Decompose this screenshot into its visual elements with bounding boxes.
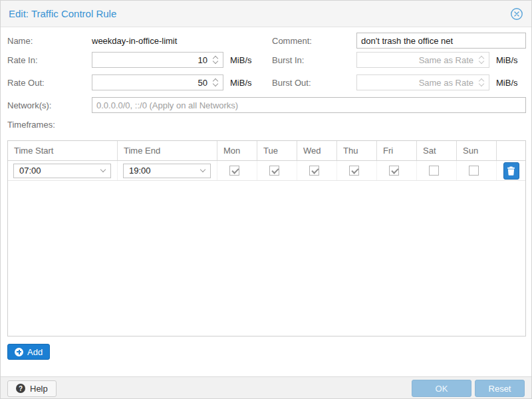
- day-cell-tue: [257, 161, 297, 180]
- plus-circle-icon: [15, 348, 23, 356]
- dialog-titlebar: Edit: Traffic Control Rule: [1, 1, 531, 27]
- column-header-time-start[interactable]: Time Start: [8, 141, 118, 160]
- checkbox-thu[interactable]: [349, 166, 359, 176]
- burst-in-field[interactable]: Same as Rate: [356, 52, 489, 68]
- time-end-value: 19:00: [129, 166, 201, 176]
- column-header-wed[interactable]: Wed: [297, 141, 337, 160]
- checkbox-mon[interactable]: [229, 166, 239, 176]
- rate-in-value: 10: [198, 55, 207, 65]
- trash-icon: [507, 166, 515, 176]
- close-icon[interactable]: [510, 7, 523, 21]
- dialog-action-buttons: OK Reset: [412, 380, 525, 397]
- burst-out-field[interactable]: Same as Rate: [356, 74, 489, 90]
- day-cell-thu: [337, 161, 377, 180]
- column-header-sun[interactable]: Sun: [457, 141, 497, 160]
- checkbox-sun[interactable]: [469, 166, 479, 176]
- comment-input[interactable]: [356, 33, 526, 49]
- burst-in-placeholder: Same as Rate: [419, 55, 473, 65]
- day-checkbox-cells: [217, 161, 497, 180]
- checkbox-tue[interactable]: [269, 166, 279, 176]
- timeframes-label: Timeframes:: [7, 120, 55, 130]
- rate-out-spinner[interactable]: [211, 79, 219, 86]
- burst-out-unit: MiB/s: [496, 78, 518, 88]
- networks-input[interactable]: [92, 97, 526, 113]
- time-end-cell: 19:00: [118, 161, 217, 180]
- ok-button[interactable]: OK: [412, 380, 471, 397]
- bottom-toolbar: ? Help OK Reset: [1, 376, 531, 399]
- column-header-thu[interactable]: Thu: [337, 141, 377, 160]
- timeframes-table-header: Time Start Time End Mon Tue Wed Thu Fri …: [8, 141, 525, 161]
- add-button[interactable]: Add: [7, 344, 50, 360]
- time-start-value: 07:00: [19, 166, 101, 176]
- day-cell-sun: [457, 161, 497, 180]
- column-header-sat[interactable]: Sat: [417, 141, 457, 160]
- burst-in-spinner[interactable]: [477, 57, 485, 63]
- comment-label: Comment:: [272, 36, 312, 47]
- rate-out-label: Rate Out:: [7, 78, 45, 88]
- dialog-title: Edit: Traffic Control Rule: [9, 8, 116, 19]
- burst-in-unit: MiB/s: [496, 55, 518, 66]
- help-button-label: Help: [30, 384, 48, 394]
- burst-out-label: Burst Out:: [272, 78, 311, 88]
- rate-out-unit: MiB/s: [230, 78, 252, 88]
- edit-traffic-control-rule-dialog: Edit: Traffic Control Rule Name: weekday…: [0, 0, 532, 399]
- add-button-label: Add: [27, 347, 43, 357]
- time-start-cell: 07:00: [8, 161, 118, 180]
- rate-in-unit: MiB/s: [230, 55, 252, 66]
- question-circle-icon: ?: [16, 384, 25, 393]
- name-label: Name:: [7, 36, 33, 47]
- chevron-down-icon: [100, 167, 106, 172]
- timeframes-table: Time Start Time End Mon Tue Wed Thu Fri …: [7, 140, 526, 336]
- rate-in-spinner[interactable]: [211, 57, 219, 63]
- networks-label: Network(s):: [7, 100, 51, 111]
- burst-out-spinner[interactable]: [477, 79, 485, 86]
- column-header-time-end[interactable]: Time End: [118, 141, 217, 160]
- burst-out-placeholder: Same as Rate: [419, 78, 473, 88]
- checkbox-wed[interactable]: [309, 166, 319, 176]
- reset-button[interactable]: Reset: [475, 380, 525, 397]
- column-header-mon[interactable]: Mon: [217, 141, 257, 160]
- day-cell-sat: [417, 161, 457, 180]
- burst-in-label: Burst In:: [272, 55, 304, 66]
- delete-row-button[interactable]: [503, 162, 519, 180]
- time-start-combo[interactable]: 07:00: [13, 164, 111, 178]
- name-value: weekday-in-office-limit: [92, 36, 177, 47]
- timeframe-row: 07:00 19:00: [8, 161, 525, 181]
- rate-in-field[interactable]: 10: [92, 52, 223, 68]
- time-end-combo[interactable]: 19:00: [123, 164, 211, 178]
- checkbox-fri[interactable]: [389, 166, 399, 176]
- checkbox-sat[interactable]: [429, 166, 439, 176]
- day-cell-fri: [377, 161, 417, 180]
- row-actions-cell: [497, 161, 525, 180]
- help-button[interactable]: ? Help: [7, 380, 57, 397]
- rate-out-field[interactable]: 50: [92, 74, 223, 90]
- rate-in-label: Rate In:: [7, 55, 38, 66]
- day-cell-mon: [217, 161, 257, 180]
- rate-out-value: 50: [198, 78, 207, 88]
- column-header-fri[interactable]: Fri: [377, 141, 417, 160]
- column-header-tue[interactable]: Tue: [257, 141, 297, 160]
- day-cell-wed: [297, 161, 337, 180]
- chevron-down-icon: [200, 167, 205, 172]
- column-header-actions: [497, 141, 525, 160]
